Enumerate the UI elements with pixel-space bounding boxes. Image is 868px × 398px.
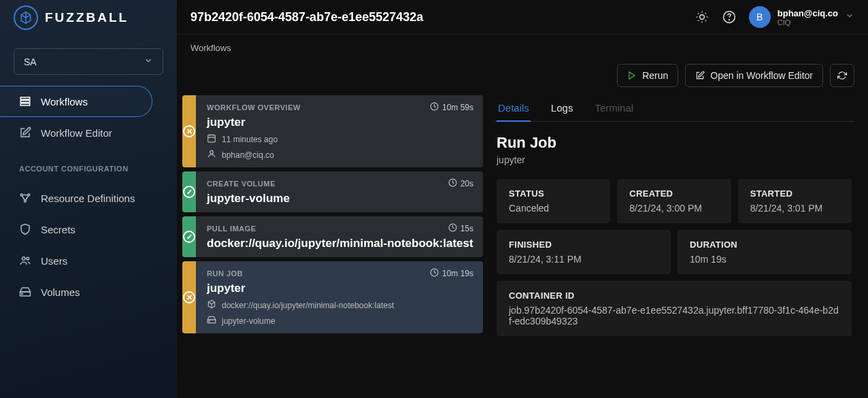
user-email: bphan@ciq.co: [778, 8, 838, 18]
cube-icon: [207, 299, 216, 311]
step-duration: 15s: [448, 223, 473, 234]
breadcrumb[interactable]: Workflows: [177, 35, 868, 53]
svg-point-10: [699, 15, 704, 20]
topbar: 97b2420f-6054-4587-ab7e-e1ee5527432a B b…: [177, 0, 868, 35]
svg-point-24: [209, 321, 210, 322]
info-label: STARTED: [750, 188, 839, 199]
logo-text: FUZZBALL: [45, 10, 129, 25]
clock-icon: [430, 268, 439, 279]
status-canceled-icon: ✕: [182, 95, 196, 167]
svg-point-9: [22, 293, 23, 295]
users-icon: [19, 254, 31, 267]
svg-point-6: [22, 257, 26, 261]
theme-toggle-icon[interactable]: [695, 10, 710, 24]
avatar: B: [749, 6, 771, 28]
info-card: DURATION10m 19s: [678, 230, 852, 274]
info-value: 8/21/24, 3:00 PM: [629, 203, 718, 214]
info-card: STARTED8/21/24, 3:01 PM: [738, 179, 852, 223]
details-panel: DetailsLogsTerminal Run Job jupyter STAT…: [494, 95, 854, 384]
info-grid: STATUSCanceledCREATED8/21/24, 3:00 PMSTA…: [497, 179, 852, 336]
calendar-icon: [207, 133, 216, 145]
rerun-button-label: Rerun: [642, 70, 668, 81]
sidebar-item-volumes[interactable]: Volumes: [0, 276, 177, 308]
sidebar-item-workflow-editor[interactable]: Workflow Editor: [0, 117, 177, 148]
step-kicker: RUN JOB: [207, 269, 243, 278]
status-canceled-icon: ✕: [182, 261, 196, 333]
tab-logs[interactable]: Logs: [550, 95, 575, 121]
sidebar: FUZZBALL SA Workflows Workflow Editor: [0, 0, 177, 398]
info-card: FINISHED8/21/24, 3:11 PM: [497, 230, 671, 274]
clock-icon: [430, 102, 439, 113]
sidebar-item-label: Volumes: [41, 286, 80, 298]
org-selector[interactable]: SA: [14, 48, 163, 75]
step-meta: 11 minutes ago: [207, 133, 473, 145]
disk-icon: [207, 315, 216, 327]
tab-terminal: Terminal: [593, 95, 635, 121]
info-value: job.97b2420f-6054-4587-ab7e-e1ee5527432a…: [509, 305, 839, 327]
svg-rect-2: [20, 103, 30, 105]
sidebar-item-label: Workflows: [41, 96, 88, 107]
step-title: jupyter: [207, 282, 473, 295]
open-editor-button-label: Open in Workflow Editor: [710, 70, 813, 81]
svg-rect-1: [20, 101, 30, 103]
step-title: jupyter-volume: [207, 192, 473, 205]
details-subtitle: jupyter: [497, 154, 852, 165]
info-card-container-id: CONTAINER IDjob.97b2420f-6054-4587-ab7e-…: [497, 281, 852, 336]
svg-marker-13: [629, 72, 635, 80]
step-kicker: CREATE VOLUME: [207, 180, 276, 188]
breadcrumb-item[interactable]: Workflows: [190, 43, 231, 53]
step-title: jupyter: [207, 116, 473, 129]
sidebar-item-resource-definitions[interactable]: Resource Definitions: [0, 182, 177, 214]
info-value: 10m 19s: [690, 254, 839, 265]
shield-icon: [19, 223, 31, 235]
nodes-icon: [19, 192, 31, 204]
list-icon: [19, 95, 31, 107]
edit-icon: [19, 127, 31, 139]
sidebar-section-header: ACCOUNT CONFIGURATION: [0, 152, 177, 178]
svg-point-5: [24, 200, 27, 202]
info-value: 8/21/24, 3:11 PM: [509, 254, 658, 265]
refresh-button[interactable]: [830, 64, 854, 87]
step-meta: jupyter-volume: [207, 315, 473, 327]
main: 97b2420f-6054-4587-ab7e-e1ee5527432a B b…: [177, 0, 868, 398]
user-org: CIQ: [778, 18, 838, 27]
step-card[interactable]: ✕WORKFLOW OVERVIEW10m 59sjupyter11 minut…: [182, 95, 483, 167]
info-value: Canceled: [509, 203, 598, 214]
details-title: Run Job: [497, 134, 852, 152]
svg-point-19: [210, 150, 214, 154]
step-card[interactable]: ✓PULL IMAGE15sdocker://quay.io/jupyter/m…: [182, 216, 483, 257]
refresh-icon: [837, 71, 847, 80]
status-success-icon: ✓: [182, 171, 196, 212]
step-duration: 10m 59s: [430, 102, 473, 113]
info-card: CREATED8/21/24, 3:00 PM: [617, 179, 731, 223]
sidebar-item-users[interactable]: Users: [0, 245, 177, 276]
status-success-icon: ✓: [182, 216, 196, 257]
help-icon[interactable]: [722, 10, 737, 24]
step-card[interactable]: ✓CREATE VOLUME20sjupyter-volume: [182, 171, 483, 212]
info-card: STATUSCanceled: [497, 179, 610, 223]
sidebar-item-label: Secrets: [41, 224, 76, 235]
sidebar-item-secrets[interactable]: Secrets: [0, 214, 177, 245]
sidebar-item-workflows[interactable]: Workflows: [0, 86, 152, 117]
info-value: 8/21/24, 3:01 PM: [750, 203, 839, 214]
clock-icon: [448, 178, 457, 189]
tabs: DetailsLogsTerminal: [494, 95, 854, 122]
play-icon: [627, 71, 637, 80]
step-meta: docker://quay.io/jupyter/minimal-noteboo…: [207, 299, 473, 311]
tab-details[interactable]: Details: [497, 95, 531, 122]
edit-icon: [695, 71, 705, 80]
user-menu[interactable]: B bphan@ciq.co CIQ: [749, 6, 854, 28]
logo-badge-icon: [14, 5, 38, 30]
info-label: DURATION: [690, 239, 839, 250]
org-selector-value: SA: [24, 56, 37, 67]
clock-icon: [448, 223, 457, 234]
rerun-button[interactable]: Rerun: [617, 64, 678, 87]
page-title: 97b2420f-6054-4587-ab7e-e1ee5527432a: [190, 10, 423, 24]
open-editor-button[interactable]: Open in Workflow Editor: [685, 64, 823, 87]
user-icon: [207, 149, 216, 161]
logo: FUZZBALL: [0, 0, 177, 35]
step-card[interactable]: ✕RUN JOB10m 19sjupyterdocker://quay.io/j…: [182, 261, 483, 333]
svg-point-4: [28, 194, 30, 196]
info-label: CREATED: [629, 188, 718, 199]
drive-icon: [19, 286, 31, 298]
